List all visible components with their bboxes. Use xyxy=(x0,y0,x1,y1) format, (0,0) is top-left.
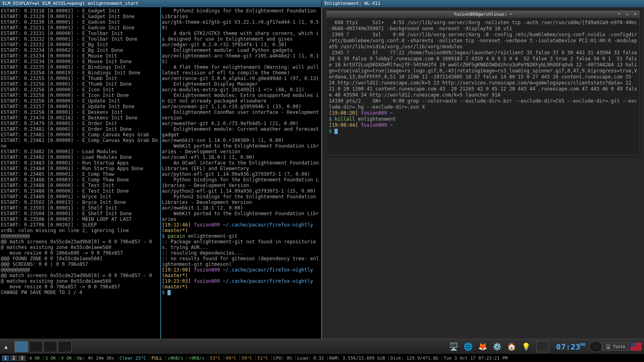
pager-cell-3[interactable] xyxy=(43,341,57,352)
status-weather: Clear 25°C xyxy=(118,356,148,361)
tab-2[interactable]: 2 xyxy=(10,355,18,361)
status-temp2: 49°C xyxy=(224,356,238,361)
pager[interactable] xyxy=(14,341,72,352)
session-tabs[interactable]: 1 2 3 xyxy=(2,355,26,361)
status-temp4: 51°C xyxy=(256,356,270,361)
desktop-pane-right[interactable]: fusion809@archlinux: ~ ▾ ▴ ✕ 688 tty1 Ss… xyxy=(322,7,644,339)
browser-icon[interactable]: 🌐 xyxy=(462,341,474,353)
enlightenment-startup-log: ESTART: 0.23218 [0.00002] - E_Gadget Ini… xyxy=(1,8,159,295)
terminal-body[interactable]: 688 tty1 Ssl+ 4:55 /usr/lib/xorg-server/… xyxy=(326,18,640,155)
files-icon[interactable]: 🖥️ xyxy=(448,341,460,353)
terminal-window[interactable]: fusion809@archlinux: ~ ▾ ▴ ✕ 688 tty1 Ss… xyxy=(326,10,640,155)
command-line: $ pacain enlightenment-git xyxy=(162,233,320,239)
minimize-icon[interactable]: ▾ xyxy=(616,11,622,17)
pacain-output: :: Package enlightenment-git not found i… xyxy=(162,239,320,267)
clock[interactable]: 07:23PM xyxy=(556,342,585,352)
prompt-line: [19:12:46] fusion809 ~/.cache/pacaur/fir… xyxy=(162,222,320,233)
status-date: Tue 3 Oct 17 07:23:21 PM xyxy=(442,356,509,361)
bulb-icon[interactable]: 💡 xyxy=(520,341,532,353)
prompt-line: [19:13:08] fusion809 ~/.cache/pacaur/fir… xyxy=(162,267,320,278)
home-icon[interactable]: 🏠 xyxy=(506,341,518,353)
pager-cell-4[interactable] xyxy=(58,341,72,352)
settings-icon[interactable]: ⚙️ xyxy=(491,341,503,353)
titlebar-right: Enlightenment: WL-X11 xyxy=(322,0,644,7)
taskbar-task[interactable]: 🖥️ fusio xyxy=(602,342,629,351)
status-uptime: Up: 4h 14m 36s xyxy=(75,356,116,361)
command-line: $ killall enlightenment xyxy=(329,116,637,122)
status-disk: Disk: 129.9/471.8G xyxy=(388,356,440,361)
status-aok: A OK xyxy=(27,356,42,361)
close-icon[interactable]: ✕ xyxy=(632,11,638,17)
status-sok: S OK xyxy=(43,356,58,361)
terminal-titlebar[interactable]: fusion809@archlinux: ~ ▾ ▴ ✕ xyxy=(326,11,640,18)
status-net-up: ↑0KB/s xyxy=(187,356,206,361)
status-battery: FULL xyxy=(149,356,164,361)
taskbar[interactable]: ▲ 🖥️ 🌐 🦊 ⚙️ 🏠 💡 07:23PM 🖥️ fusio xyxy=(0,339,644,354)
status-temp3: 50°C xyxy=(239,356,254,361)
status-net-down: ↓0KB/s xyxy=(165,356,185,361)
prompt-line: [19:23:03] fusion809 ~/.cache/pacaur/fir… xyxy=(162,278,320,290)
tab-3[interactable]: 3 xyxy=(18,355,26,361)
status-vok: V OK xyxy=(59,356,74,361)
status-load: Load: 0.32 xyxy=(295,356,326,361)
terminal-pane-left[interactable]: ESTART: 0.23218 [0.00002] - E_Gadget Ini… xyxy=(0,7,161,339)
status-temp1: 53°C xyxy=(208,356,222,361)
status-ram: RAM: 3.556/15.609 GiB xyxy=(327,356,387,361)
terminal-pane-middle[interactable]: Python2 bindings for the Enlightenment F… xyxy=(161,7,322,339)
ps-output: 688 tty1 Ssl+ 4:55 /usr/lib/xorg-server/… xyxy=(329,20,637,110)
titlebar-left: ELM_DISPLAY=wl ELM_ACCEL=opengl enlighte… xyxy=(0,0,322,7)
pager-arrow-icon[interactable]: ▲ xyxy=(0,343,12,350)
firefox-icon[interactable]: 🦊 xyxy=(477,341,489,353)
prompt-line: [19:08:20] fusion809 ~ xyxy=(329,110,637,116)
tmux-statusbar: 1 2 3 A OK S OK V OK Up: 4h 14m 36s Clea… xyxy=(0,354,644,362)
tab-1[interactable]: 1 xyxy=(2,355,9,361)
us-flag-icon[interactable] xyxy=(630,343,642,351)
aur-search-output: Python2 bindings for the Enlightenment F… xyxy=(162,8,320,222)
prompt-input[interactable]: $ xyxy=(162,290,320,295)
prompt-line: [19:08:44] fusion809 ~ xyxy=(329,122,637,128)
status-cpu: CPU: 8% xyxy=(271,356,293,361)
pager-cell-2[interactable] xyxy=(29,341,43,352)
maximize-icon[interactable]: ▴ xyxy=(624,11,630,17)
pager-cell-1[interactable] xyxy=(14,341,28,352)
cpu-gadget[interactable] xyxy=(589,341,602,352)
systray-cell[interactable] xyxy=(536,341,549,352)
prompt-input[interactable]: $ xyxy=(329,128,637,134)
